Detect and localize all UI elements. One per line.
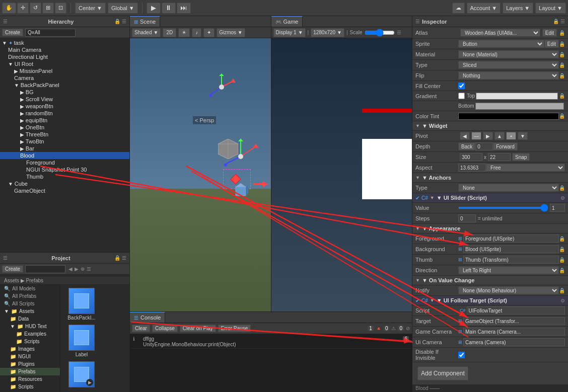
foreground-lock-icon[interactable]: 🔒 <box>559 236 565 242</box>
hierarchy-search-input[interactable] <box>25 29 76 37</box>
scene-gizmos-dropdown[interactable]: Gizmos ▼ <box>217 28 245 37</box>
color-tint-swatch[interactable] <box>458 113 559 120</box>
console-item-0[interactable]: ℹ dffgg UnityEngine.MonoBehaviour:print(… <box>131 335 411 349</box>
project-tree-all-prefabs[interactable]: 🔍All Prefabs <box>0 292 60 300</box>
tree-item-random-btn[interactable]: ▶ randomBtn <box>0 110 129 117</box>
add-component-btn[interactable]: Add Component <box>417 366 468 380</box>
project-tree-scripts-hud[interactable]: 📁Scripts <box>0 338 60 345</box>
tree-item-camera[interactable]: Camera <box>0 74 129 82</box>
tree-item-gameobject[interactable]: GameObject <box>0 187 129 194</box>
type-lock-icon[interactable]: 🔒 <box>559 62 565 68</box>
rect-tool-btn[interactable]: ⊡ <box>55 3 66 14</box>
layers-dropdown[interactable]: Layers ▼ <box>503 3 533 14</box>
value-slider[interactable] <box>458 207 548 209</box>
sprite-edit-btn[interactable]: Edit <box>544 40 559 48</box>
project-tree-examples[interactable]: 📁Examples <box>0 330 60 338</box>
tree-item-directional-light[interactable]: Directional Light <box>0 53 129 60</box>
project-tree-resources[interactable]: 📁Resources <box>0 375 60 383</box>
appearance-section-header[interactable]: ▼ ▼ Appearance <box>412 224 568 233</box>
layout-dropdown[interactable]: Layout ▼ <box>535 3 566 14</box>
tree-item-bg[interactable]: ▶ BG <box>0 89 129 96</box>
scene-audio-btn[interactable]: ♪ <box>192 28 201 37</box>
script-value[interactable]: UIFollowTarget <box>467 306 565 315</box>
project-tree-ngui[interactable]: 📁NGUI <box>0 353 60 360</box>
game-camera-value[interactable]: Main Camera (Camera... <box>463 328 565 336</box>
2d-toggle[interactable]: 2D <box>163 28 176 37</box>
shaded-dropdown[interactable]: Shaded▼ <box>132 28 161 37</box>
console-clear-btn[interactable]: Clear <box>132 325 150 332</box>
depth-value-input[interactable] <box>475 142 493 150</box>
anchors-section-header[interactable]: ▼ ▼ Anchors <box>412 173 568 183</box>
project-tree-data[interactable]: 📁Data <box>0 315 60 323</box>
pivot-left-btn[interactable]: ◀ <box>460 132 470 140</box>
tree-item-equip-btn[interactable]: ▶ equipBtn <box>0 117 129 124</box>
steps-input[interactable] <box>458 214 476 222</box>
notify-dropdown[interactable]: None (Mono Behaviour) <box>458 286 559 294</box>
direction-dropdown[interactable]: Left To Right <box>458 266 559 274</box>
aspect-dropdown[interactable]: Free <box>486 164 565 172</box>
snap-btn[interactable]: Snap <box>512 153 530 161</box>
tab-scene[interactable]: ⊞ Scene <box>130 16 160 27</box>
depth-forward-btn[interactable]: Forward <box>493 142 518 150</box>
anchors-lock-icon[interactable]: 🔒 <box>559 185 565 191</box>
tree-item-two-btn[interactable]: ▶ TwoBtn <box>0 138 129 145</box>
tree-item-weapon-btn[interactable]: ▶ weaponBtn <box>0 103 129 110</box>
display-dropdown[interactable]: Display 1▼ <box>273 28 306 37</box>
disable-invisible-checkbox[interactable] <box>458 352 465 358</box>
pivot-down-btn[interactable]: ▼ <box>518 132 528 140</box>
slider-section-header[interactable]: ✔ C# ▼ ▼ UI Slider (Script) ⚙ <box>412 193 568 203</box>
rotate-tool-btn[interactable]: ↺ <box>30 3 41 14</box>
console-clear-on-play-btn[interactable]: Clear on Play <box>180 325 216 332</box>
pivot-dash-btn[interactable]: — <box>471 132 481 140</box>
pivot-right-btn[interactable]: ▶ <box>483 132 493 140</box>
notify-lock-icon[interactable]: 🔒 <box>559 288 565 293</box>
project-tree-assets[interactable]: ▼📁Assets <box>0 307 60 315</box>
move-tool-btn[interactable]: ✛ <box>17 3 29 14</box>
tree-item-task[interactable]: ▼ ✦ task <box>0 39 129 46</box>
anchors-type-dropdown[interactable]: None <box>458 184 559 192</box>
background-value[interactable]: Blood (UISprite) <box>463 245 559 253</box>
pivot-mid-btn[interactable]: ▪ <box>506 132 516 140</box>
gradient-checkbox[interactable] <box>458 93 465 99</box>
material-lock-icon[interactable]: 🔒 <box>559 52 565 57</box>
value-input[interactable] <box>550 204 565 212</box>
aspect-value-input[interactable] <box>458 164 486 172</box>
scale-tool-btn[interactable]: ⊞ <box>42 3 54 14</box>
tree-item-ui-root[interactable]: ▼ UI Root <box>0 60 129 67</box>
tree-item-three-btn[interactable]: ▶ ThreeBtn <box>0 131 129 138</box>
project-search-input[interactable] <box>25 265 65 273</box>
thumb-value[interactable]: Thumb (Transform) <box>463 256 559 264</box>
tree-item-cube[interactable]: ▼ Cube <box>0 180 129 187</box>
tree-item-main-camera[interactable]: Main Camera <box>0 46 129 53</box>
cloud-btn[interactable]: ☁ <box>452 3 465 14</box>
widget-section-header[interactable]: ▼ ▼ Widget <box>412 121 568 131</box>
on-value-change-section-header[interactable]: ▼ ▼ On Value Change <box>412 276 568 285</box>
gradient-lock-icon[interactable]: 🔒 <box>559 93 565 99</box>
tree-item-foreground[interactable]: Foreground <box>0 159 129 166</box>
center-dropdown[interactable]: Center ▼ <box>75 3 106 14</box>
project-create-btn[interactable]: Create <box>2 265 23 273</box>
scene-fx-btn[interactable]: ✦ <box>203 28 215 37</box>
console-collapse-btn[interactable]: Collapse <box>152 325 178 332</box>
hand-tool-btn[interactable]: ✋ <box>2 3 16 14</box>
tree-item-thumb[interactable]: Thumb <box>0 173 129 180</box>
tree-item-bar[interactable]: ▶ Bar <box>0 145 129 152</box>
project-item-label[interactable]: Label <box>63 325 100 357</box>
hierarchy-create-btn[interactable]: Create <box>2 29 23 36</box>
type-dropdown[interactable]: Sliced <box>458 61 559 69</box>
resolution-dropdown[interactable]: 1280x720▼ <box>311 28 344 37</box>
atlas-lock-icon[interactable]: 🔒 <box>559 30 565 36</box>
scene-light-btn[interactable]: ☀ <box>178 28 190 37</box>
direction-lock-icon[interactable]: 🔒 <box>559 268 565 273</box>
ui-camera-value[interactable]: Camera (Camera) <box>463 338 565 346</box>
follow-target-settings-icon[interactable]: ⚙ <box>560 298 565 303</box>
scene-view-content[interactable]: < Persp <box>130 38 271 311</box>
color-tint-lock-icon[interactable]: 🔒 <box>559 113 565 119</box>
global-dropdown[interactable]: Global ▼ <box>108 3 138 14</box>
size-y-input[interactable] <box>488 153 511 161</box>
slider-settings-icon[interactable]: ⚙ <box>560 195 565 201</box>
project-tree-all-scripts[interactable]: 🔍All Scripts <box>0 300 60 307</box>
tab-game[interactable]: 🎮 Game <box>271 16 303 27</box>
depth-back-btn[interactable]: Back <box>458 142 475 150</box>
background-lock-icon[interactable]: 🔒 <box>559 247 565 252</box>
